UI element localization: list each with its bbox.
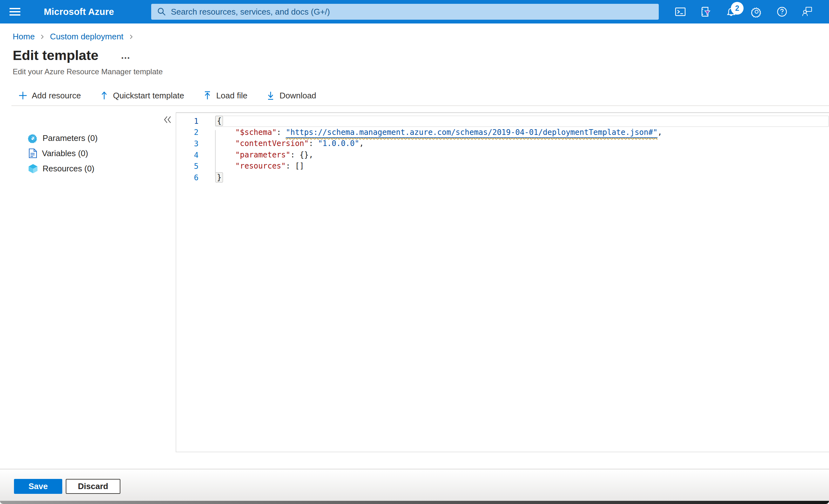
code-token: , xyxy=(359,139,364,148)
line-number: 3 xyxy=(176,139,217,148)
indent-guide xyxy=(215,130,216,177)
code-line[interactable]: 2 "$schema": "https://schema.management.… xyxy=(176,127,829,139)
feedback-icon xyxy=(802,6,813,17)
code-token xyxy=(217,150,236,159)
code-token: "https://schema.management.azure.com/sch… xyxy=(286,128,657,137)
help-icon xyxy=(777,6,787,17)
line-number: 1 xyxy=(176,117,217,126)
code-token: : xyxy=(277,128,286,137)
code-token: } xyxy=(215,172,223,183)
download-button[interactable]: Download xyxy=(266,91,316,101)
code-token: : {}, xyxy=(290,150,313,159)
sidebar: Parameters (0) Variables (0) Resources (… xyxy=(28,133,98,179)
line-number: 2 xyxy=(176,128,217,137)
search-icon xyxy=(157,7,167,16)
resources-cube-icon xyxy=(28,163,38,173)
topbar-actions: 2 xyxy=(675,0,813,24)
code-token: : [] xyxy=(286,161,304,170)
code-token xyxy=(217,161,236,170)
code-token: { xyxy=(215,116,223,126)
download-icon xyxy=(266,91,276,100)
directory-filter-button[interactable] xyxy=(700,6,711,17)
breadcrumb-custom-deployment-link[interactable]: Custom deployment xyxy=(50,32,123,42)
code-editor[interactable]: 1{2 "$schema": "https://schema.managemen… xyxy=(176,112,829,452)
page-subtitle: Edit your Azure Resource Manager templat… xyxy=(13,67,163,76)
code-line[interactable]: 5 "resources": [] xyxy=(176,161,829,172)
code-line-content: { xyxy=(215,116,829,127)
code-line[interactable]: 4 "parameters": {}, xyxy=(176,150,829,161)
variables-document-icon xyxy=(28,148,37,158)
code-token: "parameters" xyxy=(236,150,290,159)
code-token: "1.0.0.0" xyxy=(318,139,359,148)
toolbar-divider xyxy=(11,105,829,106)
search-box xyxy=(151,4,659,20)
code-line-content: "contentVersion": "1.0.0.0", xyxy=(217,138,829,150)
filter-icon xyxy=(700,6,711,17)
page-title: Edit template xyxy=(13,48,99,63)
collapse-panel-button[interactable] xyxy=(163,115,173,125)
sidebar-item-parameters[interactable]: Parameters (0) xyxy=(28,133,98,143)
cloud-shell-button[interactable] xyxy=(675,6,686,17)
discard-button[interactable]: Discard xyxy=(66,479,120,494)
code-line-content: "$schema": "https://schema.management.az… xyxy=(217,127,829,139)
notification-badge: 2 xyxy=(731,2,744,14)
chevron-right-icon xyxy=(39,34,45,40)
line-number: 4 xyxy=(176,151,217,160)
line-number: 5 xyxy=(176,162,217,171)
code-token: , xyxy=(657,128,662,137)
footer: Save Discard xyxy=(0,469,829,501)
top-bar: Microsoft Azure 2 xyxy=(0,0,829,24)
code-token: : xyxy=(309,139,318,148)
bottom-edge xyxy=(0,501,829,504)
plus-icon xyxy=(18,91,28,100)
parameters-gear-icon xyxy=(28,133,38,143)
save-button[interactable]: Save xyxy=(14,479,62,494)
code-token: "resources" xyxy=(236,161,286,170)
toolbar: Add resource Quickstart template Load fi… xyxy=(18,89,335,102)
upload-icon xyxy=(203,91,212,100)
hamburger-button[interactable] xyxy=(9,8,20,15)
help-button[interactable] xyxy=(777,6,787,17)
code-line[interactable]: 6} xyxy=(176,172,829,184)
gear-icon xyxy=(751,6,762,17)
code-line-content: "parameters": {}, xyxy=(217,150,829,161)
line-number: 6 xyxy=(176,173,217,182)
azure-brand: Microsoft Azure xyxy=(44,0,114,24)
menu-icon xyxy=(9,8,20,9)
feedback-button[interactable] xyxy=(802,6,813,17)
code-lines: 1{2 "$schema": "https://schema.managemen… xyxy=(176,116,829,184)
chevron-right-icon xyxy=(128,34,134,40)
add-resource-button[interactable]: Add resource xyxy=(18,91,81,101)
code-token xyxy=(217,139,236,148)
double-chevron-left-icon xyxy=(163,115,173,124)
terminal-icon xyxy=(675,6,686,17)
code-token: "contentVersion" xyxy=(236,139,309,148)
code-token xyxy=(217,128,236,137)
search-input[interactable] xyxy=(171,7,659,17)
notifications-button[interactable]: 2 xyxy=(726,6,736,17)
sidebar-item-variables[interactable]: Variables (0) xyxy=(28,149,98,158)
more-options-button[interactable]: … xyxy=(121,50,131,61)
arrow-up-icon xyxy=(99,91,109,100)
quickstart-template-button[interactable]: Quickstart template xyxy=(99,91,184,101)
code-line[interactable]: 3 "contentVersion": "1.0.0.0", xyxy=(176,138,829,150)
breadcrumb-home-link[interactable]: Home xyxy=(13,32,35,42)
code-line[interactable]: 1{ xyxy=(176,116,829,127)
load-file-button[interactable]: Load file xyxy=(203,91,247,101)
code-token: "$schema" xyxy=(236,128,277,137)
settings-button[interactable] xyxy=(751,6,762,17)
code-line-content: "resources": [] xyxy=(217,161,829,172)
code-line-content: } xyxy=(217,172,829,184)
breadcrumb: Home Custom deployment xyxy=(13,32,134,42)
sidebar-item-resources[interactable]: Resources (0) xyxy=(28,164,98,173)
